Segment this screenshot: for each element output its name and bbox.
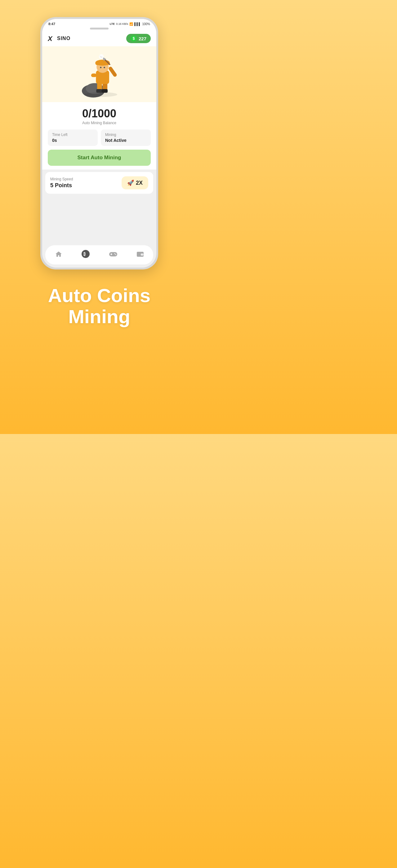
time-left-value: 0s bbox=[52, 138, 93, 143]
svg-text:X: X bbox=[48, 35, 53, 42]
svg-rect-22 bbox=[111, 253, 112, 255]
svg-point-14 bbox=[100, 67, 101, 68]
time: 8:47 bbox=[48, 22, 55, 26]
page-title-line2: Mining bbox=[48, 306, 151, 327]
speed-label: 0.16 KB/s bbox=[116, 22, 128, 26]
svg-point-24 bbox=[115, 254, 116, 255]
speed-info: Mining Speed 5 Points bbox=[50, 177, 73, 189]
nav-item-wallet[interactable] bbox=[130, 249, 150, 260]
start-mining-button[interactable]: Start Auto Mining bbox=[48, 150, 151, 166]
wifi-icon: 📶 bbox=[129, 22, 133, 26]
page-title: Auto Coins Mining bbox=[48, 285, 151, 327]
miner-svg bbox=[79, 53, 120, 99]
nav-item-mining[interactable]: ₿ bbox=[75, 248, 96, 261]
balance-display: 0/1000 Auto Mining Balance bbox=[48, 107, 151, 125]
svg-point-18 bbox=[81, 250, 90, 258]
nav-item-home[interactable] bbox=[49, 249, 69, 260]
speed-card: Mining Speed 5 Points 🚀 2X bbox=[45, 172, 153, 194]
bottom-nav: ₿ bbox=[45, 245, 153, 265]
svg-rect-7 bbox=[102, 89, 108, 93]
battery-label: 100% bbox=[142, 22, 150, 26]
mining-illustration bbox=[42, 46, 156, 102]
rocket-icon: 🚀 bbox=[127, 180, 134, 186]
page-title-line1: Auto Coins bbox=[48, 285, 151, 306]
network-label: LTE bbox=[110, 22, 115, 26]
info-row: Time Left 0s Mining Not Active bbox=[48, 129, 151, 146]
svg-rect-10 bbox=[91, 73, 96, 77]
logo-text: SINO bbox=[57, 36, 70, 41]
balance-number: 0/1000 bbox=[48, 107, 151, 120]
svg-point-3 bbox=[85, 92, 117, 97]
speed-multiplier: 2X bbox=[136, 180, 143, 186]
svg-point-23 bbox=[114, 253, 115, 254]
gamepad-icon bbox=[109, 251, 118, 259]
empty-content bbox=[42, 196, 156, 243]
mining-status-label: Mining bbox=[105, 132, 146, 137]
dollar-icon: $ bbox=[131, 35, 137, 41]
logo-icon: X bbox=[48, 35, 57, 42]
logo: X SINO bbox=[48, 35, 70, 42]
speed-badge[interactable]: 🚀 2X bbox=[122, 176, 148, 189]
svg-rect-9 bbox=[108, 66, 118, 78]
home-icon bbox=[55, 251, 62, 259]
svg-point-17 bbox=[99, 54, 104, 59]
mining-status-card: Mining Not Active bbox=[101, 129, 151, 146]
speed-label: Mining Speed bbox=[50, 177, 73, 181]
status-bar: 8:47 LTE 0.16 KB/s 📶 ▌▌▌ 100% bbox=[42, 19, 156, 28]
app-header: X SINO $ 227 bbox=[42, 31, 156, 46]
mining-status-value: Not Active bbox=[105, 138, 146, 143]
phone-inner: 8:47 LTE 0.16 KB/s 📶 ▌▌▌ 100% X SINO $ bbox=[42, 19, 156, 268]
time-left-card: Time Left 0s bbox=[48, 129, 98, 146]
balance-badge[interactable]: $ 227 bbox=[126, 34, 151, 43]
balance-amount: 227 bbox=[139, 36, 146, 41]
svg-text:₿: ₿ bbox=[84, 251, 86, 256]
nav-item-games[interactable] bbox=[103, 249, 124, 260]
wallet-icon bbox=[136, 251, 144, 259]
balance-label: Auto Mining Balance bbox=[48, 121, 151, 125]
bitcoin-cloud-icon: ₿ bbox=[81, 250, 90, 260]
svg-point-15 bbox=[104, 67, 105, 68]
time-left-label: Time Left bbox=[52, 132, 93, 137]
stats-section: 0/1000 Auto Mining Balance Time Left 0s … bbox=[42, 102, 156, 169]
notch bbox=[42, 28, 156, 31]
phone-wrapper: 8:47 LTE 0.16 KB/s 📶 ▌▌▌ 100% X SINO $ bbox=[40, 17, 158, 270]
svg-rect-6 bbox=[96, 89, 102, 93]
speed-value: 5 Points bbox=[50, 182, 73, 189]
svg-point-27 bbox=[141, 254, 142, 255]
signal-icon: ▌▌▌ bbox=[134, 22, 141, 26]
